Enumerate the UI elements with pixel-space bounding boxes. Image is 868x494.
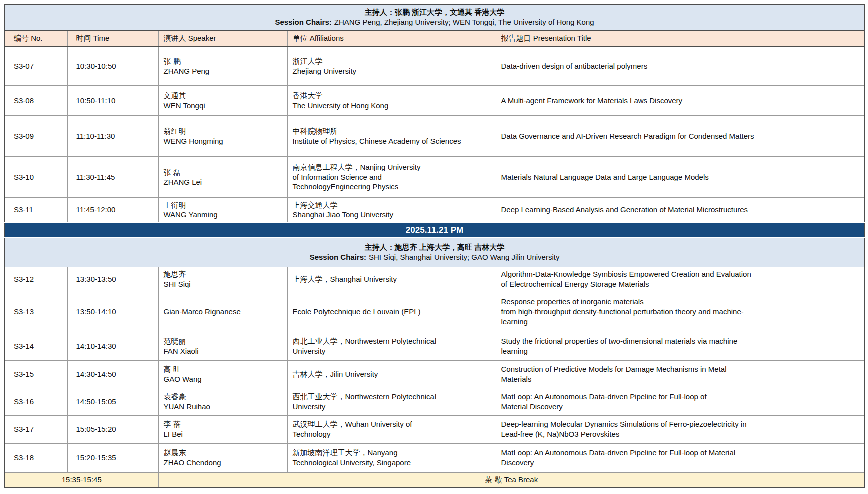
cell-speaker: 高 旺 GAO Wang [158, 360, 287, 388]
cell-affiliation: 浙江大学 Zhejiang University [287, 47, 496, 86]
cell-title: Deep-learning Molecular Dynamics Simulat… [496, 415, 864, 443]
row-s3-16: S3-16 14:50-15:05 袁睿豪 YUAN Ruihao 西北工业大学… [5, 388, 864, 415]
tea-break-row: 15:35-15:45 茶 歇 Tea Break [5, 472, 864, 488]
row-s3-17: S3-17 15:05-15:20 李 蓓 LI Bei 武汉理工大学，Wuha… [5, 415, 864, 443]
column-header-row: 编号 No. 时间 Time 演讲人 Speaker 单位 Affiliatio… [5, 30, 864, 47]
cell-time: 13:50-14:10 [67, 292, 158, 332]
chairs-en-label: Session Chairs: [310, 253, 366, 261]
cell-title: MatLoop: An Autonomous Data-driven Pipel… [496, 443, 864, 472]
session-chairs-am-cell: 主持人：张鹏 浙江大学，文通其 香港大学 Session Chairs:ZHAN… [5, 4, 864, 30]
tea-break-label: 茶 歇 Tea Break [158, 472, 864, 488]
session-chairs-pm-cell: 主持人：施思齐 上海大学，高旺 吉林大学 Session Chairs:SHI … [5, 238, 864, 267]
row-s3-12: S3-12 13:30-13:50 施思齐 SHI Siqi 上海大学，Shan… [5, 267, 864, 292]
date-banner-row: 2025.11.21 PM [5, 223, 864, 238]
cell-time: 14:50-15:05 [67, 388, 158, 415]
cell-time: 15:20-15:35 [67, 443, 158, 472]
cell-speaker: 翁红明 WENG Hongming [158, 116, 287, 157]
cell-speaker: Gian-Marco Rignanese [158, 292, 287, 332]
cell-no: S3-08 [5, 86, 67, 116]
chairs-en-text: Session Chairs:ZHANG Peng, Zhejiang Univ… [9, 17, 860, 27]
cell-no: S3-17 [5, 415, 67, 443]
cell-time: 13:30-13:50 [67, 267, 158, 292]
row-s3-13: S3-13 13:50-14:10 Gian-Marco Rignanese E… [5, 292, 864, 332]
session-chairs-am: 主持人：张鹏 浙江大学，文通其 香港大学 Session Chairs:ZHAN… [5, 4, 864, 30]
cell-no: S3-12 [5, 267, 67, 292]
chairs-en-value: SHI Siqi, Shanghai University; GAO Wang … [369, 253, 559, 261]
cell-time: 11:10-11:30 [67, 116, 158, 157]
cell-no: S3-13 [5, 292, 67, 332]
cell-affiliation: 吉林大学，Jilin University [287, 360, 496, 388]
cell-affiliation: 武汉理工大学，Wuhan University of Technology [287, 415, 496, 443]
cell-time: 10:50-11:10 [67, 86, 158, 116]
column-header-affiliation: 单位 Affiliations [287, 30, 496, 47]
cell-affiliation: 南京信息工程大学，Nanjing University of Informati… [287, 157, 496, 198]
row-s3-15: S3-15 14:30-14:50 高 旺 GAO Wang 吉林大学，Jili… [5, 360, 864, 388]
cell-time: 11:45-12:00 [67, 198, 158, 223]
cell-title: MatLoop: An Autonomous Data-driven Pipel… [496, 388, 864, 415]
row-s3-09: S3-09 11:10-11:30 翁红明 WENG Hongming 中科院物… [5, 116, 864, 157]
program-table: 主持人：张鹏 浙江大学，文通其 香港大学 Session Chairs:ZHAN… [4, 4, 865, 488]
cell-no: S3-09 [5, 116, 67, 157]
cell-affiliation: Ecole Polytechnique de Louvain (EPL) [287, 292, 496, 332]
cell-title: Construction of Predictive Models for Da… [496, 360, 864, 388]
column-header-title: 报告题目 Presentation Title [496, 30, 864, 47]
cell-time: 11:30-11:45 [67, 157, 158, 198]
cell-speaker: 张 鹏 ZHANG Peng [158, 47, 287, 86]
cell-affiliation: 西北工业大学，Northwestern Polytechnical Univer… [287, 388, 496, 415]
cell-time: 14:30-14:50 [67, 360, 158, 388]
column-header-speaker: 演讲人 Speaker [158, 30, 287, 47]
tea-break-time: 15:35-15:45 [5, 472, 158, 488]
cell-no: S3-14 [5, 332, 67, 360]
chairs-zh-text: 主持人：施思齐 上海大学，高旺 吉林大学 [9, 242, 860, 252]
cell-no: S3-16 [5, 388, 67, 415]
cell-title: Response properties of inorganic materia… [496, 292, 864, 332]
cell-affiliation: 中科院物理所 Institute of Physics, Chinese Aca… [287, 116, 496, 157]
cell-title: Data Governance and AI-Driven Research P… [496, 116, 864, 157]
row-s3-11: S3-11 11:45-12:00 王衍明 WANG Yanming 上海交通大… [5, 198, 864, 223]
row-s3-14: S3-14 14:10-14:30 范晓丽 FAN Xiaoli 西北工业大学，… [5, 332, 864, 360]
cell-no: S3-18 [5, 443, 67, 472]
cell-no: S3-07 [5, 47, 67, 86]
cell-affiliation: 上海交通大学 Shanghai Jiao Tong University [287, 198, 496, 223]
cell-title: Deep Learning-Based Analysis and Generat… [496, 198, 864, 223]
cell-speaker: 袁睿豪 YUAN Ruihao [158, 388, 287, 415]
cell-affiliation: 香港大学 The University of Hong Kong [287, 86, 496, 116]
cell-speaker: 张 磊 ZHANG Lei [158, 157, 287, 198]
date-banner: 2025.11.21 PM [5, 223, 864, 238]
session-chairs-pm: 主持人：施思齐 上海大学，高旺 吉林大学 Session Chairs:SHI … [5, 238, 864, 267]
cell-title: Study the frictional properties of two-d… [496, 332, 864, 360]
row-s3-07: S3-07 10:30-10:50 张 鹏 ZHANG Peng 浙江大学 Zh… [5, 47, 864, 86]
cell-no: S3-15 [5, 360, 67, 388]
cell-affiliation: 新加坡南洋理工大学，Nanyang Technological Universi… [287, 443, 496, 472]
row-s3-08: S3-08 10:50-11:10 文通其 WEN Tongqi 香港大学 Th… [5, 86, 864, 116]
row-s3-18: S3-18 15:20-15:35 赵晨东 ZHAO Chendong 新加坡南… [5, 443, 864, 472]
cell-title: A Multi-agent Framework for Materials La… [496, 86, 864, 116]
cell-time: 14:10-14:30 [67, 332, 158, 360]
cell-affiliation: 西北工业大学，Northwestern Polytechnical Univer… [287, 332, 496, 360]
cell-time: 10:30-10:50 [67, 47, 158, 86]
chairs-en-label: Session Chairs: [275, 18, 331, 26]
chairs-en-value: ZHANG Peng, Zhejiang University; WEN Ton… [334, 18, 594, 26]
cell-time: 15:05-15:20 [67, 415, 158, 443]
cell-speaker: 赵晨东 ZHAO Chendong [158, 443, 287, 472]
chairs-zh-text: 主持人：张鹏 浙江大学，文通其 香港大学 [9, 7, 860, 17]
cell-title: Algorithm-Data-Knowledge Symbiosis Empow… [496, 267, 864, 292]
cell-no: S3-11 [5, 198, 67, 223]
cell-title: Materials Natural Language Data and Larg… [496, 157, 864, 198]
cell-speaker: 李 蓓 LI Bei [158, 415, 287, 443]
row-s3-10: S3-10 11:30-11:45 张 磊 ZHANG Lei 南京信息工程大学… [5, 157, 864, 198]
cell-speaker: 施思齐 SHI Siqi [158, 267, 287, 292]
column-header-time: 时间 Time [67, 30, 158, 47]
cell-affiliation: 上海大学，Shanghai University [287, 267, 496, 292]
column-header-no: 编号 No. [5, 30, 67, 47]
cell-title: Data-driven design of antibacterial poly… [496, 47, 864, 86]
cell-speaker: 文通其 WEN Tongqi [158, 86, 287, 116]
cell-no: S3-10 [5, 157, 67, 198]
cell-speaker: 王衍明 WANG Yanming [158, 198, 287, 223]
cell-speaker: 范晓丽 FAN Xiaoli [158, 332, 287, 360]
chairs-en-text: Session Chairs:SHI Siqi, Shanghai Univer… [9, 252, 860, 262]
